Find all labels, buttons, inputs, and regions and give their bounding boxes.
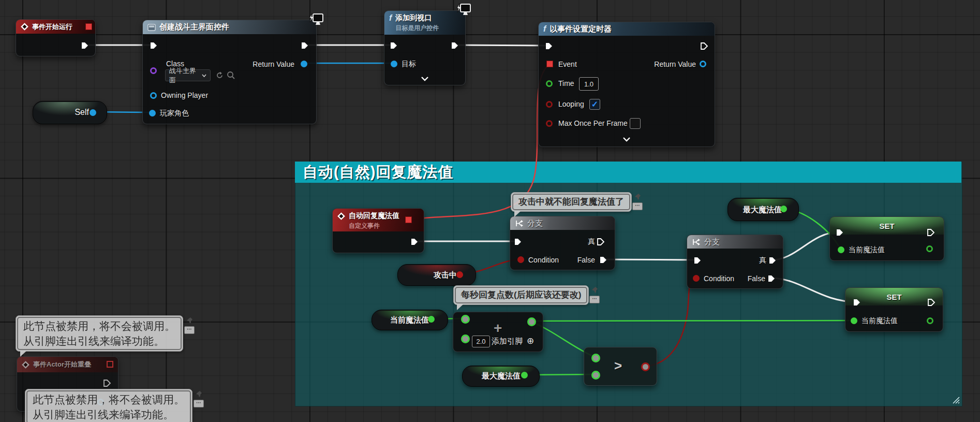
self-output-pin[interactable]	[90, 109, 96, 116]
custom-event-node[interactable]: 自动回复魔法值 自定义事件	[332, 208, 424, 253]
exec-in-pin[interactable]	[514, 238, 522, 246]
true-exec-pin[interactable]	[597, 238, 605, 246]
delegate-pin[interactable]	[85, 23, 92, 30]
pushpin-icon[interactable]	[591, 286, 598, 294]
bubble-toggle-icon[interactable]: ⋯	[184, 326, 195, 334]
event-delegate-pin[interactable]	[546, 61, 553, 67]
max-mana-output-pin[interactable]	[780, 206, 787, 212]
max-once-checkbox[interactable]	[630, 118, 641, 129]
condition-pin[interactable]	[693, 275, 700, 282]
greater-input-b-pin[interactable]	[591, 371, 600, 380]
condition-label: Condition	[528, 256, 559, 264]
branch-node-2[interactable]: 分支 真 Condition False	[687, 235, 783, 289]
create-widget-node[interactable]: 创建战斗主界面控件 Class 战斗主界面 Return Value Ownin…	[142, 20, 317, 124]
exec-in-pin[interactable]	[150, 41, 158, 50]
exec-out-pin[interactable]	[410, 238, 419, 246]
exec-out-pin[interactable]	[700, 42, 708, 50]
exec-out-pin[interactable]	[451, 41, 459, 50]
true-exec-pin[interactable]	[768, 256, 777, 265]
looping-checkbox[interactable]: ✓	[589, 99, 600, 110]
owning-player-pin[interactable]	[150, 92, 157, 99]
add-pin-label[interactable]: 添加引脚	[492, 337, 523, 346]
add-pin-icon[interactable]: ⊕	[527, 336, 534, 346]
false-exec-pin[interactable]	[599, 256, 607, 264]
monitor-icon	[456, 3, 471, 17]
greater-input-a-pin[interactable]	[591, 354, 600, 362]
add-input-a-pin[interactable]	[461, 315, 470, 324]
bubble-toggle-icon[interactable]: ⋯	[632, 202, 643, 210]
max-mana-get-node-top[interactable]: 最大魔法值	[727, 198, 799, 221]
var-input-pin[interactable]	[838, 246, 844, 253]
add-output-pin[interactable]	[527, 317, 536, 326]
max-mana-output-pin[interactable]	[521, 372, 528, 379]
self-node[interactable]: Self	[33, 101, 107, 124]
var-output-pin[interactable]	[927, 317, 933, 324]
class-dropdown[interactable]: 战斗主界面	[165, 69, 211, 81]
greater-output-pin[interactable]	[641, 362, 650, 371]
current-mana-output-pin[interactable]	[428, 316, 435, 323]
exec-in-pin[interactable]	[390, 41, 398, 50]
add-to-viewport-node[interactable]: f 添加到视口 目标是用户控件 目标	[384, 10, 466, 85]
bubble-toggle-icon[interactable]: ⋯	[589, 296, 600, 303]
return-value-label: Return Value	[253, 60, 294, 68]
delegate-pin[interactable]	[405, 216, 412, 223]
node-title: 创建战斗主界面控件	[159, 22, 229, 32]
event-begin-play-node[interactable]: 事件开始运行	[16, 19, 96, 56]
set-title: SET	[886, 293, 901, 301]
time-pin[interactable]	[546, 80, 553, 87]
set-title: SET	[879, 222, 894, 230]
exec-out-pin[interactable]	[301, 41, 309, 50]
false-exec-pin[interactable]	[767, 274, 776, 283]
return-value-pin[interactable]	[700, 61, 706, 67]
expand-chevron-icon[interactable]	[622, 137, 631, 142]
condition-pin[interactable]	[517, 256, 524, 263]
search-icon[interactable]	[226, 70, 236, 80]
class-pin[interactable]	[150, 67, 157, 74]
exec-out-pin[interactable]	[81, 41, 89, 50]
true-label: 真	[588, 237, 595, 246]
set-current-mana-node-1[interactable]: SET 当前魔法值	[829, 216, 944, 261]
attacking-variable-node[interactable]: 攻击中	[397, 264, 476, 286]
pushpin-icon[interactable]	[634, 193, 641, 200]
attacking-output-pin[interactable]	[456, 271, 463, 278]
branch-node-1[interactable]: 分支 真 Condition False	[510, 216, 615, 270]
comment-bubble-regen[interactable]: 每秒回复点数(后期应该还要改) ⋯	[453, 285, 589, 305]
var-label: 当前魔法值	[862, 316, 898, 326]
condition-label: Condition	[704, 274, 734, 283]
return-value-pin[interactable]	[301, 61, 307, 67]
false-label: False	[577, 256, 595, 264]
current-mana-get-node[interactable]: 当前魔法值	[372, 310, 448, 330]
exec-out-pin[interactable]	[927, 298, 936, 307]
comment-bubble-attack[interactable]: 攻击中就不能回复魔法值了 ⋯	[511, 192, 632, 212]
graph-canvas[interactable]: 自动(自然)回复魔法值	[0, 0, 980, 422]
set-timer-by-event-node[interactable]: f 以事件设置定时器 Event Return Value Time 1.0 L…	[538, 22, 715, 147]
expand-chevron-icon[interactable]	[421, 76, 429, 81]
exec-in-pin[interactable]	[545, 42, 553, 50]
pushpin-icon[interactable]	[196, 390, 202, 398]
exec-in-pin[interactable]	[853, 298, 861, 307]
chevron-down-icon	[202, 74, 206, 77]
player-character-pin[interactable]	[149, 110, 156, 117]
looping-pin[interactable]	[546, 101, 553, 108]
disabled-note-bubble-1[interactable]: 此节点被禁用，将不会被调用。 从引脚连出引线来编译功能。 ⋯	[16, 315, 183, 352]
add-b-value-input[interactable]: 2.0	[472, 336, 490, 347]
target-pin[interactable]	[391, 61, 397, 67]
reset-icon[interactable]	[215, 70, 225, 80]
exec-out-pin[interactable]	[103, 379, 111, 387]
exec-out-pin[interactable]	[927, 228, 935, 237]
exec-in-pin[interactable]	[836, 228, 844, 237]
max-once-per-frame-pin[interactable]	[546, 120, 553, 127]
set-current-mana-node-2[interactable]: SET 当前魔法值	[845, 287, 943, 332]
max-mana-get-node-bottom[interactable]: 最大魔法值	[462, 366, 540, 387]
time-value-input[interactable]: 1.0	[579, 77, 599, 91]
var-output-pin[interactable]	[926, 245, 933, 252]
pushpin-icon[interactable]	[186, 317, 193, 324]
add-float-node[interactable]: + 2.0 添加引脚 ⊕	[453, 312, 543, 352]
disabled-note-bubble-2[interactable]: 此节点被禁用，将不会被调用。 从引脚连出引线来编译功能。 ⋯	[25, 389, 192, 422]
add-input-b-pin[interactable]	[461, 334, 470, 343]
greater-than-node[interactable]: >	[584, 347, 657, 386]
delegate-pin[interactable]	[107, 361, 113, 368]
exec-in-pin[interactable]	[693, 256, 702, 265]
var-input-pin[interactable]	[851, 317, 857, 324]
bubble-toggle-icon[interactable]: ⋯	[194, 400, 204, 408]
